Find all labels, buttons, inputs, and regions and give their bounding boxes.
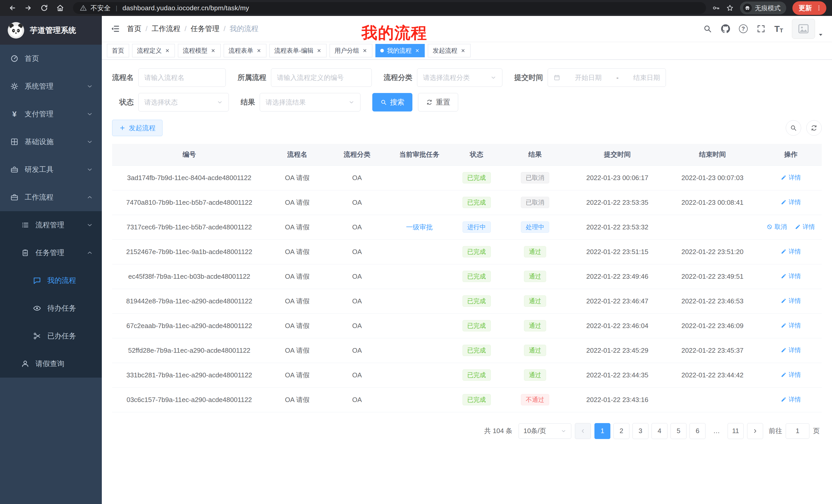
status-select[interactable]: 请选择状态 — [138, 93, 229, 111]
fullscreen-icon[interactable] — [756, 24, 766, 33]
sidebar-item-todo-tasks[interactable]: 待办任务 — [0, 295, 102, 322]
tab-close-icon[interactable] — [316, 48, 322, 53]
cell-name: OA 请假 — [285, 322, 309, 330]
tab[interactable]: 我的流程 — [375, 44, 425, 57]
detail-action[interactable]: 详情 — [781, 371, 801, 379]
cell-category: OA — [352, 248, 362, 256]
page-size-select[interactable]: 10条/页 — [519, 423, 571, 439]
github-icon[interactable] — [721, 24, 730, 33]
tab-close-icon[interactable] — [211, 48, 216, 53]
prev-page-button[interactable] — [575, 423, 591, 439]
key-icon[interactable] — [712, 4, 720, 12]
sidebar-item-workflow[interactable]: 工作流程 — [0, 184, 102, 211]
sidebar-item-system[interactable]: 系统管理 — [0, 73, 102, 100]
detail-action[interactable]: 详情 — [781, 346, 801, 354]
browser-menu-icon[interactable] — [815, 5, 822, 11]
search-button[interactable]: 搜索 — [372, 93, 412, 111]
category-select[interactable]: 请选择流程分类 — [417, 68, 502, 87]
chevron-down-icon — [490, 75, 496, 81]
detail-action-label: 详情 — [803, 223, 815, 231]
status-label: 状态 — [119, 97, 134, 107]
sidebar-item-done-tasks[interactable]: 已办任务 — [0, 322, 102, 350]
plus-icon — [119, 124, 126, 131]
chevron-down-icon — [86, 166, 93, 173]
page-number-button[interactable]: 4 — [651, 423, 668, 439]
tab-close-icon[interactable] — [461, 48, 466, 53]
browser-forward-button[interactable] — [22, 1, 35, 15]
help-icon[interactable]: ? — [739, 24, 748, 33]
cell-id: 67c2eaab-7b9a-11ec-a290-acde48001122 — [126, 322, 252, 330]
create-process-button[interactable]: 发起流程 — [112, 120, 162, 136]
next-page-button[interactable] — [747, 423, 763, 439]
result-select[interactable]: 请选择流结果 — [260, 93, 361, 111]
tab[interactable]: 首页 — [107, 44, 129, 57]
page-number-button[interactable]: 11 — [728, 423, 744, 439]
browser-reload-button[interactable] — [37, 1, 51, 15]
tab-label: 首页 — [112, 47, 124, 55]
process-name-input[interactable] — [138, 68, 226, 87]
sidebar-item-my-processes[interactable]: 我的流程 — [0, 267, 102, 295]
breadcrumb-item[interactable]: 任务管理 — [191, 24, 219, 34]
tab-close-icon[interactable] — [415, 48, 420, 53]
refresh-table-button[interactable] — [806, 120, 822, 136]
detail-action[interactable]: 详情 — [795, 223, 815, 231]
breadcrumb-item[interactable]: 首页 — [127, 24, 141, 34]
tab[interactable]: 流程定义 — [132, 44, 175, 57]
table-row: 7317cec6-7b9b-11ec-b5b7-acde48001122 OA … — [112, 215, 822, 240]
page-number-button[interactable]: 1 — [594, 423, 610, 439]
tab[interactable]: 流程模型 — [178, 44, 220, 57]
sidebar-item-task-management[interactable]: 任务管理 — [0, 239, 102, 267]
browser-update-button[interactable]: 更新 — [792, 1, 826, 15]
page-number-button[interactable]: 6 — [690, 423, 705, 439]
tab-close-icon[interactable] — [256, 48, 261, 53]
browser-back-button[interactable] — [6, 1, 19, 15]
page-number-button[interactable]: 5 — [671, 423, 686, 439]
detail-action[interactable]: 详情 — [781, 272, 801, 280]
sidebar-item-payment[interactable]: ¥ 支付管理 — [0, 100, 102, 128]
sidebar-item-home[interactable]: 首页 — [0, 45, 102, 73]
page-number-button[interactable]: 2 — [614, 423, 629, 439]
font-size-icon[interactable]: TT — [774, 24, 783, 34]
header-search-icon[interactable] — [703, 24, 712, 33]
tab-close-icon[interactable] — [165, 48, 170, 53]
page-number-button[interactable]: 3 — [632, 423, 648, 439]
cell-category: OA — [352, 199, 362, 206]
sidebar-item-leave-query[interactable]: 请假查询 — [0, 350, 102, 377]
sidebar-item-devtools[interactable]: 研发工具 — [0, 156, 102, 184]
sidebar-fold-icon[interactable] — [110, 24, 120, 34]
address-bar[interactable]: 不安全 | dashboard.yudao.iocoder.cn/bpm/tas… — [73, 2, 706, 14]
tab[interactable]: 流程表单-编辑 — [269, 44, 327, 57]
cell-name: OA 请假 — [285, 396, 309, 403]
submit-time-range-picker[interactable]: 开始日期 - 结束日期 — [548, 68, 666, 87]
avatar[interactable] — [792, 19, 815, 39]
detail-action[interactable]: 详情 — [781, 198, 801, 206]
sidebar-item-infrastructure[interactable]: 基础设施 — [0, 128, 102, 156]
browser-home-button[interactable] — [53, 1, 67, 15]
cancel-action[interactable]: 取消 — [767, 223, 787, 231]
detail-action[interactable]: 详情 — [781, 395, 801, 403]
detail-action[interactable]: 详情 — [781, 247, 801, 256]
top-navbar: 首页 / 工作流程 / 任务管理 / 我的流程 我的流程 ? TT — [102, 16, 832, 41]
process-definition-input[interactable] — [271, 68, 372, 87]
goto-page-input[interactable] — [786, 423, 809, 439]
current-task-link[interactable]: 一级审批 — [406, 223, 433, 231]
user-avatar-menu[interactable] — [792, 19, 824, 39]
detail-action[interactable]: 详情 — [781, 173, 801, 181]
sidebar-item-label: 我的流程 — [47, 276, 76, 285]
sidebar-item-process-management[interactable]: 流程管理 — [0, 211, 102, 239]
breadcrumb-item[interactable]: 工作流程 — [152, 24, 181, 34]
detail-action[interactable]: 详情 — [781, 321, 801, 330]
bookmark-star-icon[interactable] — [726, 4, 734, 12]
detail-action[interactable]: 详情 — [781, 297, 801, 305]
tab[interactable]: 流程表单 — [224, 44, 266, 57]
tab[interactable]: 发起流程 — [428, 44, 470, 57]
tab[interactable]: 用户分组 — [330, 44, 372, 57]
toggle-search-button[interactable] — [786, 120, 801, 136]
reset-button[interactable]: 重置 — [418, 93, 458, 111]
chat-icon — [33, 276, 41, 285]
tab-close-icon[interactable] — [362, 48, 367, 53]
page-number-button[interactable]: … — [709, 423, 725, 439]
search-button-label: 搜索 — [390, 97, 405, 107]
cell-end-time: 2022-01-22 23:44:42 — [681, 371, 743, 379]
search-icon — [380, 99, 387, 106]
